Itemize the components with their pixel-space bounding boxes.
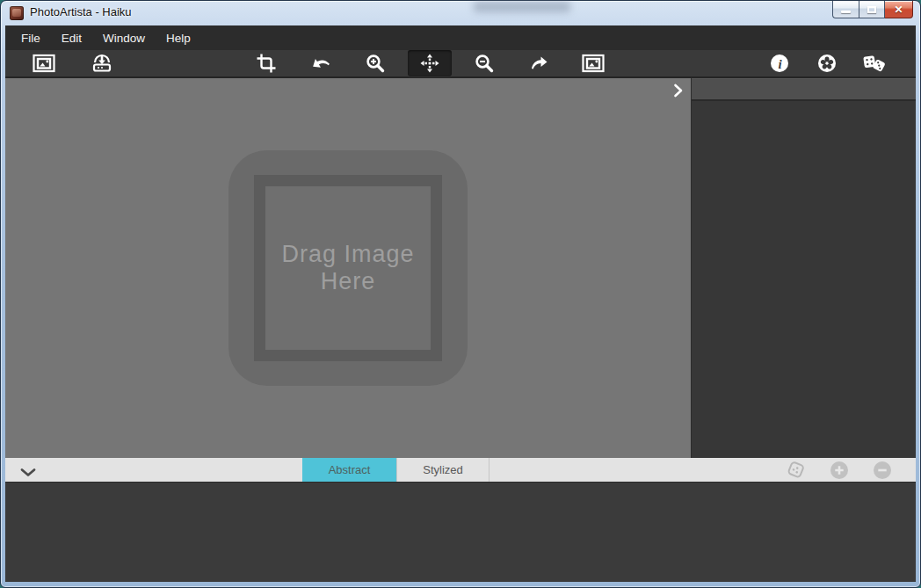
die-icon xyxy=(786,460,807,481)
rotate-button[interactable] xyxy=(299,50,343,76)
preset-tabs: Abstract Stylized xyxy=(302,458,490,482)
crop-button[interactable] xyxy=(244,50,288,76)
toolbar-left-group xyxy=(25,50,121,76)
right-panel xyxy=(691,78,916,458)
preview-zoom-in-button[interactable] xyxy=(829,460,850,481)
menu-bar: File Edit Window Help xyxy=(5,25,916,50)
menu-edit[interactable]: Edit xyxy=(51,25,92,50)
zoom-in-icon xyxy=(365,53,386,74)
filter-wheel-button[interactable] xyxy=(808,50,846,76)
minimize-button[interactable] xyxy=(832,1,859,18)
chevron-down-icon xyxy=(19,468,37,477)
zoom-out-icon xyxy=(474,53,495,74)
minus-circle-icon xyxy=(873,461,892,480)
open-image-button[interactable] xyxy=(25,50,63,76)
save-export-icon xyxy=(91,53,113,74)
move-button[interactable] xyxy=(408,50,452,76)
image-dropzone[interactable]: Drag Image Here xyxy=(228,150,468,386)
save-export-button[interactable] xyxy=(83,50,121,76)
redo-icon xyxy=(528,53,549,74)
menu-help[interactable]: Help xyxy=(156,25,201,50)
blurred-overlay-text xyxy=(474,1,570,12)
random-dice-button[interactable] xyxy=(855,50,894,76)
app-icon-art xyxy=(12,9,21,17)
rotate-icon xyxy=(310,53,331,74)
bottom-bar: Abstract Stylized xyxy=(5,458,916,482)
toolbar-center-group xyxy=(244,50,615,76)
maximize-icon xyxy=(867,6,876,13)
redo-button[interactable] xyxy=(517,50,561,76)
dropzone-frame: Drag Image Here xyxy=(254,175,442,361)
random-preset-button[interactable] xyxy=(786,460,807,481)
info-button[interactable]: i xyxy=(760,50,799,76)
right-panel-body xyxy=(692,101,916,458)
window-title: PhotoArtista - Haiku xyxy=(30,5,132,18)
panel-expand-button[interactable] xyxy=(672,83,685,98)
maximize-button[interactable] xyxy=(859,1,885,18)
menu-window[interactable]: Window xyxy=(92,25,156,50)
view-image-button[interactable] xyxy=(571,50,615,76)
zoom-out-button[interactable] xyxy=(462,50,506,76)
toolbar-right-group: i xyxy=(760,50,894,76)
tab-abstract[interactable]: Abstract xyxy=(302,458,396,482)
plus-circle-icon xyxy=(830,461,849,480)
window-controls: ✕ xyxy=(832,1,913,18)
info-icon: i xyxy=(769,53,790,74)
bottom-bar-actions xyxy=(786,458,893,482)
right-panel-header xyxy=(692,78,916,101)
main-area: Drag Image Here xyxy=(5,78,916,458)
menu-file[interactable]: File xyxy=(11,25,51,50)
toolbar: i xyxy=(5,50,916,78)
dropzone-inner: Drag Image Here xyxy=(265,186,431,350)
preview-zoom-out-button[interactable] xyxy=(872,460,893,481)
window-content: File Edit Window Help xyxy=(5,25,916,582)
canvas-area: Drag Image Here xyxy=(5,78,691,458)
desktop: PhotoArtista - Haiku ✕ File Edit Window … xyxy=(0,0,921,588)
random-dice-icon xyxy=(862,53,887,74)
close-button[interactable]: ✕ xyxy=(885,1,913,18)
title-bar[interactable]: PhotoArtista - Haiku ✕ xyxy=(1,1,920,25)
minimize-icon xyxy=(841,11,851,13)
dropzone-label: Drag Image Here xyxy=(269,241,427,295)
presets-panel xyxy=(5,482,916,582)
open-image-icon xyxy=(33,53,55,74)
move-icon xyxy=(419,53,440,74)
app-window: PhotoArtista - Haiku ✕ File Edit Window … xyxy=(0,0,921,588)
collapse-presets-button[interactable] xyxy=(19,465,37,481)
crop-icon xyxy=(256,53,277,74)
app-icon xyxy=(10,6,24,20)
close-icon: ✕ xyxy=(894,4,903,15)
chevron-right-icon xyxy=(672,83,685,98)
tab-stylized[interactable]: Stylized xyxy=(396,458,490,482)
view-image-icon xyxy=(582,53,605,74)
filter-wheel-icon xyxy=(816,53,838,74)
zoom-in-button[interactable] xyxy=(353,50,397,76)
